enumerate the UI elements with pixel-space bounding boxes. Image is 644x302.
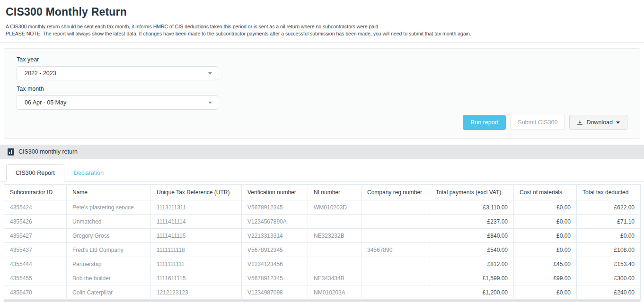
tab-cis300-report[interactable]: CIS300 Report xyxy=(6,164,64,181)
page-description-line-1: A CIS300 monthly return should be sent e… xyxy=(6,23,638,30)
table-cell: £540.00 xyxy=(430,243,514,257)
column-header: Subcontractor ID xyxy=(4,185,67,200)
table-cell: £3,110.00 xyxy=(430,200,514,215)
tax-year-select[interactable]: 2022 - 2023 xyxy=(17,66,218,80)
table-cell: £108.00 xyxy=(577,243,641,257)
tax-month-select[interactable]: 06 Apr - 05 May xyxy=(17,95,218,110)
report-table-container: Subcontractor IDNameUnique Tax Reference… xyxy=(4,184,640,302)
table-cell: 4355437 xyxy=(4,243,67,257)
table-cell: £0.00 xyxy=(514,285,577,300)
submit-cis300-button[interactable]: Submit CIS300 xyxy=(510,115,565,130)
table-cell: 1212123123 xyxy=(151,285,242,300)
table-row: 4355426Unmatched1111411114V1234567890A£2… xyxy=(4,215,641,229)
download-button-label: Download xyxy=(586,119,613,126)
table-row: 4355444Partnership1111111111V1234123456£… xyxy=(4,257,641,271)
table-cell: V2213313314 xyxy=(242,229,308,243)
section-header-title: CIS300 monthly return xyxy=(18,148,78,155)
table-cell: £240.00 xyxy=(577,285,641,300)
table-cell: 1111111118 xyxy=(151,243,242,257)
table-cell xyxy=(362,229,430,243)
table-cell: £0.00 xyxy=(577,229,641,243)
table-cell: 4356470 xyxy=(4,285,67,300)
table-cell: 4355444 xyxy=(4,257,67,271)
chevron-down-icon xyxy=(616,121,620,124)
table-cell: Bob the builder xyxy=(67,271,151,285)
totals-cell xyxy=(151,300,242,302)
table-header-row: Subcontractor IDNameUnique Tax Reference… xyxy=(4,185,641,200)
report-tabs: CIS300 Report Declaration xyxy=(0,159,644,181)
table-cell xyxy=(362,257,430,271)
table-cell: 1111411115 xyxy=(151,229,242,243)
tax-year-selected-value: 2022 - 2023 xyxy=(25,70,56,77)
table-row: 4356470Colin Caterpillar1212123123V12349… xyxy=(4,285,641,300)
column-header: Total payments (excl VAT) xyxy=(430,185,514,200)
table-cell: Colin Caterpillar xyxy=(67,285,151,300)
table-row: 4355424Pete's plastering service11131113… xyxy=(4,200,641,215)
download-button[interactable]: Download xyxy=(569,115,627,130)
table-cell: Pete's plastering service xyxy=(67,200,151,215)
table-cell: 1111111111 xyxy=(151,257,242,271)
table-row: 4355437Fred's Ltd Company1111111118V5678… xyxy=(4,243,641,257)
table-cell xyxy=(308,257,362,271)
table-cell: V1234123456 xyxy=(242,257,308,271)
table-cell: £622.00 xyxy=(577,200,641,215)
filter-actions: Run report Submit CIS300 Download xyxy=(17,115,627,130)
table-cell: V5678912345 xyxy=(242,243,308,257)
section-header-bar: CIS300 monthly return xyxy=(0,145,644,159)
totals-cell: £8,338.00 xyxy=(430,300,514,302)
table-cell: Partnership xyxy=(67,257,151,271)
table-cell: 4355426 xyxy=(4,215,67,229)
tab-declaration[interactable]: Declaration xyxy=(64,164,113,181)
table-cell: £0.00 xyxy=(514,200,577,215)
page-description-line-2: PLEASE NOTE: The report will always show… xyxy=(6,30,638,37)
tax-month-label: Tax month xyxy=(17,86,627,92)
column-header: Total tax deducted xyxy=(577,185,641,200)
table-cell: V5678912345 xyxy=(242,200,308,215)
column-header: Unique Tax Reference (UTR) xyxy=(151,185,242,200)
table-cell: £99.00 xyxy=(514,271,577,285)
tax-month-selected-value: 06 Apr - 05 May xyxy=(25,99,66,106)
table-cell: £45.00 xyxy=(514,257,577,271)
totals-cell xyxy=(308,300,362,302)
page-header: CIS300 Monthly Return A CIS300 monthly r… xyxy=(0,0,644,43)
table-cell: £0.00 xyxy=(514,243,577,257)
column-header: Name xyxy=(67,185,151,200)
table-cell xyxy=(362,200,430,215)
report-file-icon xyxy=(8,148,14,155)
table-cell: NE323232B xyxy=(308,229,362,243)
table-cell: V1234567890A xyxy=(242,215,308,229)
report-table-body: 4355424Pete's plastering service11131113… xyxy=(4,200,641,302)
table-cell: Fred's Ltd Company xyxy=(67,243,151,257)
run-report-button[interactable]: Run report xyxy=(463,115,506,130)
table-cell: 1113111311 xyxy=(151,200,242,215)
table-cell: Unmatched xyxy=(67,215,151,229)
column-header: Company reg number xyxy=(362,185,430,200)
tax-year-label: Tax year xyxy=(17,56,627,63)
table-cell: Gregory Gross xyxy=(67,229,151,243)
table-row: 4355427Gregory Gross1111411115V221331331… xyxy=(4,229,641,243)
chevron-down-icon xyxy=(208,72,212,75)
table-cell: £0.00 xyxy=(514,215,577,229)
table-cell: £300.00 xyxy=(577,271,641,285)
table-cell: NE343434B xyxy=(308,271,362,285)
table-cell: 1111411114 xyxy=(151,215,242,229)
table-row: 4355455Bob the builder1111611115V5678912… xyxy=(4,271,641,285)
table-cell: £1,200.00 xyxy=(430,285,514,300)
table-cell xyxy=(362,215,430,229)
table-cell: £153.40 xyxy=(577,257,641,271)
table-cell: £237.00 xyxy=(430,215,514,229)
totals-cell: £1,494.50 xyxy=(577,300,641,302)
column-header: Cost of materials xyxy=(514,185,577,200)
page-title: CIS300 Monthly Return xyxy=(6,6,638,18)
totals-cell xyxy=(67,300,151,302)
table-cell: WM010203D xyxy=(308,200,362,215)
chevron-down-icon xyxy=(208,102,212,104)
download-icon xyxy=(577,120,583,126)
table-cell: £812.00 xyxy=(430,257,514,271)
column-header: NI number xyxy=(308,185,362,200)
table-cell xyxy=(308,215,362,229)
totals-cell: £144.00 xyxy=(514,300,577,302)
totals-cell xyxy=(242,300,308,302)
table-cell xyxy=(308,243,362,257)
totals-row: Totals:£8,338.00£144.00£1,494.50 xyxy=(4,300,641,302)
